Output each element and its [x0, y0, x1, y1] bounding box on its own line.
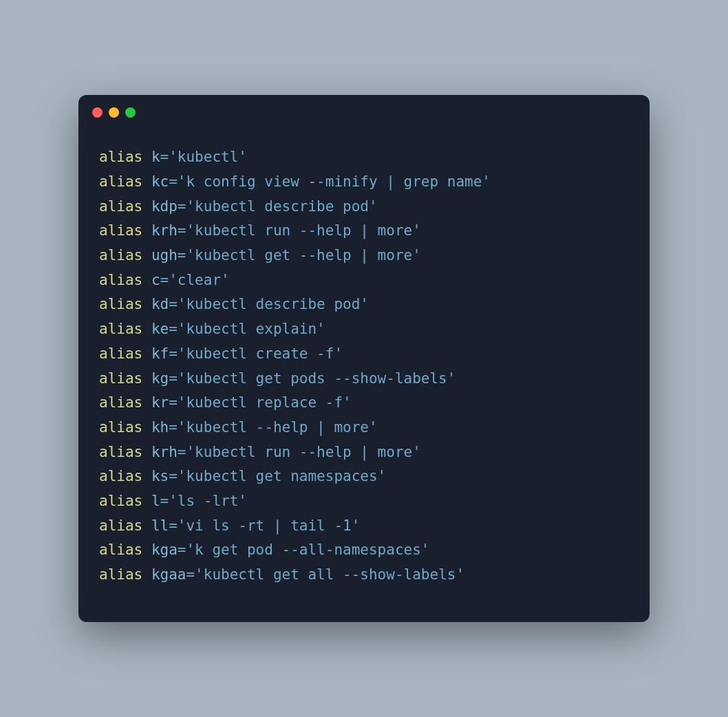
- alias-keyword: alias: [99, 419, 142, 436]
- code-line: alias k='kubectl': [99, 145, 629, 170]
- alias-name: k: [151, 149, 160, 165]
- alias-value: 'kubectl describe pod': [178, 296, 369, 312]
- code-line: alias kf='kubectl create -f': [99, 342, 629, 367]
- maximize-button[interactable]: [125, 107, 136, 118]
- equals-sign: =: [160, 272, 169, 288]
- code-line: alias krh='kubectl run --help | more': [99, 440, 629, 465]
- window-titlebar: [78, 95, 650, 125]
- alias-keyword: alias: [99, 173, 142, 190]
- alias-value: 'kubectl': [169, 149, 247, 165]
- alias-name: kc: [151, 173, 169, 190]
- alias-name: krh: [151, 444, 178, 460]
- alias-value: 'kubectl get pods --show-labels': [178, 370, 456, 387]
- alias-name: kgaa: [151, 566, 186, 583]
- code-line: alias kr='kubectl replace -f': [99, 391, 629, 416]
- alias-keyword: alias: [99, 247, 142, 264]
- code-line: alias ke='kubectl explain': [99, 317, 629, 342]
- alias-value: 'k config view --minify | grep name': [178, 173, 491, 190]
- code-line: alias krh='kubectl run --help | more': [99, 219, 629, 244]
- code-line: alias c='clear': [99, 268, 629, 293]
- alias-value: 'kubectl get namespaces': [178, 468, 386, 484]
- equals-sign: =: [178, 198, 186, 215]
- alias-keyword: alias: [99, 566, 142, 583]
- code-line: alias ugh='kubectl get --help | more': [99, 244, 629, 268]
- equals-sign: =: [178, 222, 186, 239]
- alias-name: kd: [151, 296, 169, 312]
- alias-keyword: alias: [99, 272, 142, 288]
- alias-value: 'ls -lrt': [169, 493, 247, 509]
- equals-sign: =: [169, 517, 178, 534]
- alias-keyword: alias: [99, 198, 142, 215]
- alias-keyword: alias: [99, 394, 142, 411]
- alias-value: 'kubectl describe pod': [186, 198, 377, 215]
- alias-keyword: alias: [99, 444, 142, 460]
- equals-sign: =: [178, 247, 186, 264]
- equals-sign: =: [169, 296, 178, 312]
- alias-value: 'clear': [169, 272, 230, 288]
- alias-name: kdp: [151, 198, 178, 215]
- alias-value: 'kubectl run --help | more': [186, 444, 420, 460]
- code-line: alias kd='kubectl describe pod': [99, 292, 629, 317]
- alias-keyword: alias: [99, 493, 142, 509]
- code-line: alias l='ls -lrt': [99, 489, 629, 514]
- alias-name: ke: [151, 321, 169, 337]
- terminal-content[interactable]: alias k='kubectl'alias kc='k config view…: [78, 125, 650, 621]
- alias-value: 'kubectl get --help | more': [186, 247, 420, 264]
- equals-sign: =: [160, 493, 169, 509]
- alias-name: kr: [151, 394, 169, 411]
- equals-sign: =: [178, 542, 186, 558]
- equals-sign: =: [169, 173, 178, 190]
- equals-sign: =: [169, 321, 178, 337]
- alias-name: kh: [151, 419, 169, 436]
- minimize-button[interactable]: [109, 107, 119, 118]
- alias-value: 'k get pod --all-namespaces': [186, 542, 429, 558]
- code-line: alias kga='k get pod --all-namespaces': [99, 538, 629, 563]
- alias-value: 'kubectl --help | more': [178, 419, 378, 436]
- equals-sign: =: [169, 419, 178, 436]
- equals-sign: =: [178, 444, 186, 460]
- alias-keyword: alias: [99, 149, 142, 165]
- code-line: alias kh='kubectl --help | more': [99, 416, 629, 440]
- code-line: alias kg='kubectl get pods --show-labels…: [99, 367, 629, 392]
- alias-name: ll: [151, 517, 169, 534]
- alias-name: c: [151, 272, 160, 288]
- alias-keyword: alias: [99, 321, 142, 337]
- alias-keyword: alias: [99, 542, 142, 558]
- alias-keyword: alias: [99, 345, 142, 362]
- alias-value: 'kubectl explain': [178, 321, 325, 337]
- alias-keyword: alias: [99, 222, 142, 239]
- alias-name: ks: [151, 468, 169, 484]
- equals-sign: =: [160, 149, 169, 165]
- alias-keyword: alias: [99, 296, 142, 312]
- close-button[interactable]: [92, 107, 103, 118]
- alias-value: 'kubectl create -f': [178, 345, 343, 362]
- alias-name: ugh: [151, 247, 178, 264]
- alias-keyword: alias: [99, 517, 142, 534]
- alias-keyword: alias: [99, 468, 142, 484]
- code-line: alias kc='k config view --minify | grep …: [99, 170, 629, 195]
- alias-value: 'kubectl get all --show-labels': [195, 566, 464, 583]
- alias-keyword: alias: [99, 370, 142, 387]
- alias-value: 'kubectl replace -f': [178, 394, 352, 411]
- code-line: alias ll='vi ls -rt | tail -1': [99, 514, 629, 539]
- alias-value: 'vi ls -rt | tail -1': [178, 517, 361, 534]
- terminal-window: alias k='kubectl'alias kc='k config view…: [78, 95, 650, 621]
- alias-name: krh: [151, 222, 178, 239]
- code-line: alias kdp='kubectl describe pod': [99, 195, 629, 220]
- equals-sign: =: [169, 370, 178, 387]
- alias-value: 'kubectl run --help | more': [186, 222, 420, 239]
- alias-name: kf: [151, 345, 169, 362]
- alias-name: l: [151, 493, 160, 509]
- equals-sign: =: [169, 345, 178, 362]
- code-line: alias ks='kubectl get namespaces': [99, 464, 629, 489]
- alias-name: kga: [151, 542, 178, 558]
- alias-name: kg: [151, 370, 169, 387]
- equals-sign: =: [169, 394, 178, 411]
- code-line: alias kgaa='kubectl get all --show-label…: [99, 563, 629, 588]
- equals-sign: =: [186, 566, 195, 583]
- equals-sign: =: [169, 468, 178, 484]
